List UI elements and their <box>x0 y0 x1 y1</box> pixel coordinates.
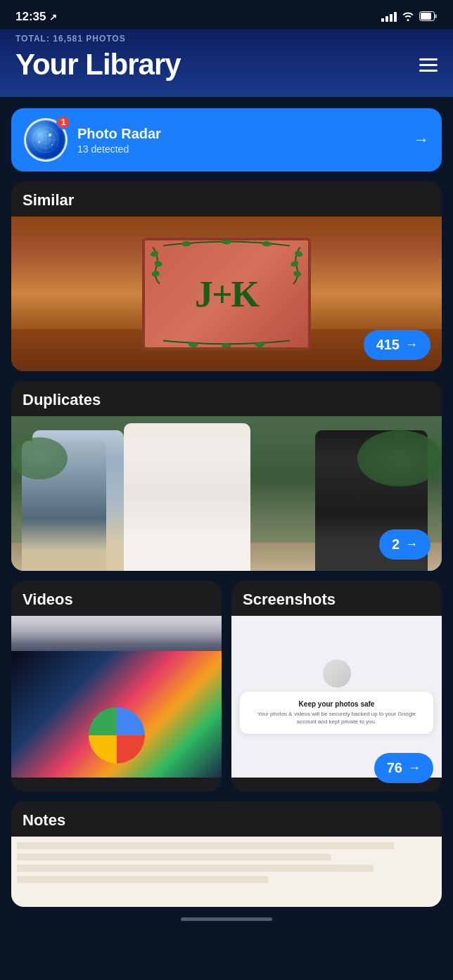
svg-rect-1 <box>421 13 431 20</box>
mock-title: Keep your photos safe <box>248 700 425 708</box>
wifi-icon <box>402 11 414 23</box>
svg-point-15 <box>290 260 299 267</box>
status-time: 12:35 ↗ <box>15 10 57 24</box>
duplicates-count-badge[interactable]: 2 → <box>379 529 430 560</box>
radar-text: Photo Radar 13 detected <box>77 126 404 155</box>
notes-card[interactable]: Notes <box>11 801 442 907</box>
similar-count-badge[interactable]: 415 → <box>364 330 430 360</box>
svg-point-13 <box>151 271 160 277</box>
notes-image <box>11 837 442 907</box>
note-line <box>17 876 269 883</box>
svg-point-19 <box>262 240 272 247</box>
note-line <box>17 853 331 860</box>
duplicates-count: 2 <box>392 536 400 553</box>
battery-icon <box>419 11 438 23</box>
videos-card[interactable]: Videos <box>11 581 222 792</box>
similar-card[interactable]: Similar <box>11 181 442 371</box>
location-icon: ↗ <box>49 12 57 22</box>
note-line <box>17 865 374 872</box>
radar-title: Photo Radar <box>77 126 404 142</box>
similar-count: 415 <box>376 337 400 353</box>
main-content: 1 Photo Radar 13 detected → Similar <box>0 97 453 907</box>
note-line <box>17 842 394 849</box>
screenshots-arrow-icon: → <box>408 761 421 775</box>
svg-point-18 <box>222 240 231 245</box>
screenshots-card[interactable]: Screenshots Keep your photos safe Your p… <box>231 581 442 792</box>
home-bar <box>181 917 272 921</box>
similar-label: Similar <box>11 181 442 217</box>
header: TOTAL: 16,581 PHOTOS Your Library <box>0 30 453 97</box>
photo-radar-banner[interactable]: 1 Photo Radar 13 detected → <box>11 108 442 172</box>
svg-point-10 <box>51 144 53 146</box>
radar-arrow-icon: → <box>414 131 429 149</box>
svg-point-9 <box>39 141 41 143</box>
status-icons <box>381 11 438 23</box>
duplicates-image <box>11 416 442 571</box>
svg-rect-2 <box>435 14 437 18</box>
radar-badge: 1 <box>56 115 70 129</box>
menu-button[interactable] <box>419 58 438 72</box>
radar-icon-wrap: 1 <box>24 118 68 162</box>
svg-point-17 <box>181 240 191 247</box>
duplicates-card[interactable]: Duplicates 2 → <box>11 381 442 571</box>
screenshots-label: Screenshots <box>231 581 442 616</box>
svg-point-12 <box>154 260 163 267</box>
svg-point-8 <box>49 134 51 136</box>
duplicates-arrow-icon: → <box>405 537 418 552</box>
svg-point-16 <box>293 271 302 277</box>
total-count: TOTAL: 16,581 PHOTOS <box>15 34 438 44</box>
videos-image <box>11 616 222 778</box>
videos-label: Videos <box>11 581 222 616</box>
notes-label: Notes <box>11 801 442 837</box>
screenshots-count-badge[interactable]: 76 → <box>374 753 433 783</box>
similar-arrow-icon: → <box>405 337 418 352</box>
bottom-cards-row: Videos Screenshots Keep your photos safe… <box>11 581 442 792</box>
signal-icon <box>381 12 397 22</box>
duplicates-label: Duplicates <box>11 381 442 416</box>
radar-subtitle: 13 detected <box>77 143 404 155</box>
screenshots-count: 76 <box>387 760 402 776</box>
page-title: Your Library <box>15 48 181 82</box>
screenshot-mockup: Keep your photos safe Your photos & vide… <box>240 692 433 734</box>
mock-avatar <box>323 659 351 688</box>
mock-body: Your photos & videos will be securely ba… <box>248 711 425 726</box>
home-indicator <box>0 907 453 931</box>
status-bar: 12:35 ↗ <box>0 0 453 30</box>
